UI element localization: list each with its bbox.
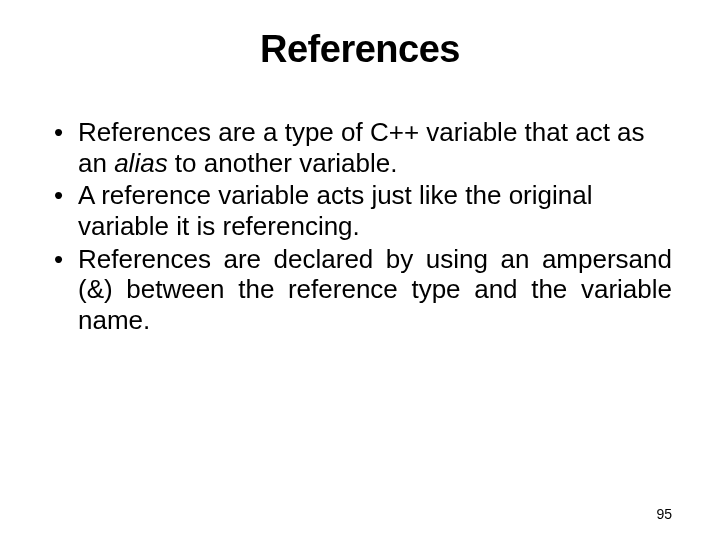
page-number: 95 [656,506,672,522]
bullet-text-pre: References are declared by using an ampe… [78,244,672,335]
bullet-text-pre: A reference variable acts just like the … [78,180,593,241]
bullet-text-italic: alias [114,148,167,178]
bullet-text-post: to another variable. [168,148,398,178]
slide: References References are a type of C++ … [0,0,720,540]
slide-title: References [48,28,672,71]
list-item: References are a type of C++ variable th… [52,117,672,178]
list-item: A reference variable acts just like the … [52,180,672,241]
list-item: References are declared by using an ampe… [52,244,672,336]
bullet-list: References are a type of C++ variable th… [48,117,672,336]
